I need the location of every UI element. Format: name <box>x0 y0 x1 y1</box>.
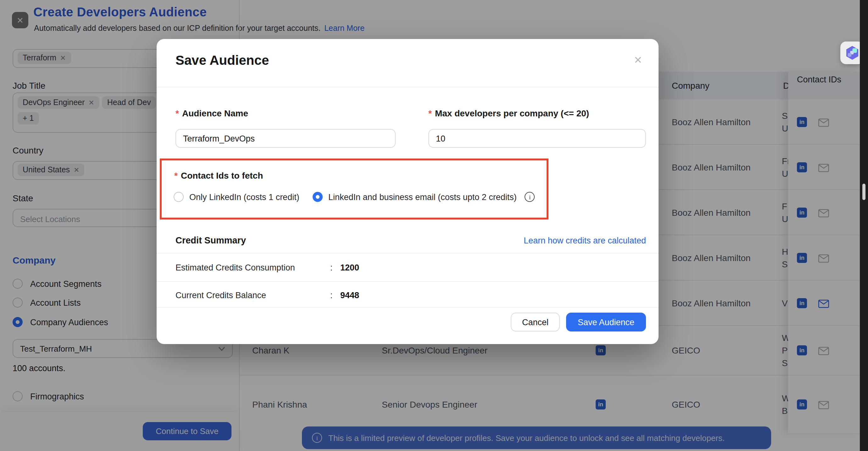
audience-name-label: *Audience Name <box>176 108 248 118</box>
contact-ids-label: *Contact Ids to fetch <box>174 171 263 181</box>
cancel-button[interactable]: Cancel <box>511 312 560 331</box>
estimated-credits-value: 1200 <box>340 263 359 272</box>
brand-hexagon-icon <box>844 45 860 60</box>
audience-name-input[interactable] <box>176 129 396 148</box>
divider <box>157 281 658 282</box>
window-edge <box>860 0 868 451</box>
app-window: ✕ Create Developers Audience Automatical… <box>0 0 868 451</box>
radio-icon[interactable] <box>174 192 184 202</box>
estimated-credits-label: Estimated Credits Consumption <box>176 263 295 272</box>
save-audience-modal: Save Audience ✕ *Audience Name *Max deve… <box>157 39 658 344</box>
credits-balance-label: Current Credits Balance <box>176 291 266 300</box>
divider <box>157 253 658 253</box>
credit-summary-heading: Credit Summary <box>176 235 246 245</box>
modal-close-icon[interactable]: ✕ <box>634 54 642 66</box>
radio-linkedin-and-email[interactable]: LinkedIn and business email (costs upto … <box>313 192 535 202</box>
modal-title: Save Audience <box>176 53 269 68</box>
info-icon[interactable]: i <box>525 192 535 202</box>
divider <box>157 87 658 87</box>
max-developers-input[interactable] <box>428 129 646 148</box>
radio-only-linkedin[interactable]: Only LinkedIn (costs 1 credit) <box>174 192 300 202</box>
credits-balance-value: 9448 <box>340 291 359 300</box>
radio-icon-selected[interactable] <box>313 192 323 202</box>
credits-calculated-link[interactable]: Learn how credits are calculated <box>524 236 646 245</box>
save-audience-button[interactable]: Save Audience <box>566 312 646 331</box>
scrollbar-thumb[interactable] <box>862 184 866 200</box>
divider <box>157 307 658 308</box>
contact-ids-highlight-box: *Contact Ids to fetch Only LinkedIn (cos… <box>160 158 549 219</box>
max-developers-label: *Max developers per company (<= 20) <box>428 108 589 118</box>
